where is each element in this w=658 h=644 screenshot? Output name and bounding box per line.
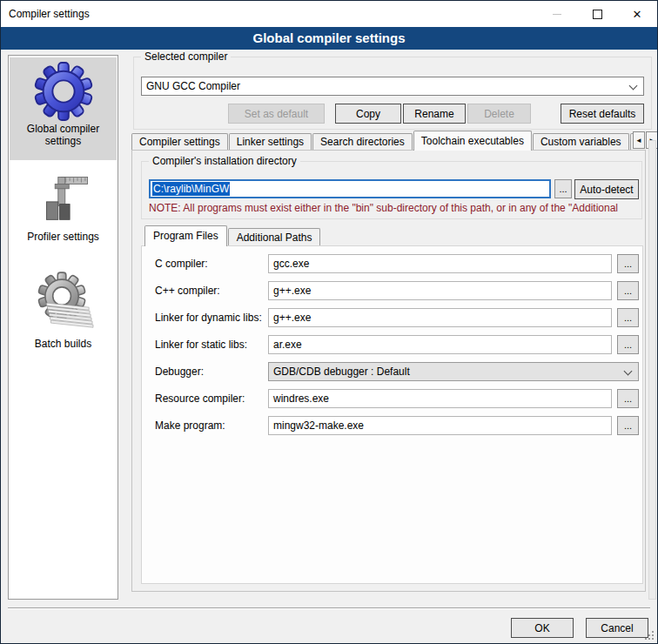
- program-row: C compiler: gcc.exe ...: [142, 254, 642, 273]
- sidebar-item-global-compiler-settings[interactable]: Global compiler settings: [10, 57, 117, 160]
- close-button[interactable]: ✕: [617, 1, 657, 27]
- minimize-button: [537, 1, 577, 27]
- arrow-left-icon: ◄: [635, 137, 642, 144]
- cpp-compiler-input[interactable]: g++.exe: [268, 281, 612, 300]
- browse-directory-button[interactable]: ...: [554, 179, 572, 198]
- tab-scroll-left-button[interactable]: ◄: [633, 131, 645, 149]
- footer-divider: [8, 607, 650, 609]
- sidebar-item-label: Profiler settings: [10, 231, 117, 243]
- sidebar-item-label: Global compiler settings: [10, 123, 117, 147]
- installation-directory-group: Compiler's installation directory C:\ray…: [141, 161, 642, 219]
- tab-linker-settings[interactable]: Linker settings: [229, 133, 312, 151]
- compiler-settings-dialog: Compiler settings ✕ Global compiler sett…: [0, 0, 658, 644]
- tab-program-files[interactable]: Program Files: [144, 225, 227, 246]
- c-compiler-input[interactable]: gcc.exe: [268, 254, 612, 273]
- field-label: Debugger:: [155, 362, 204, 381]
- dialog-banner: Global compiler settings: [1, 27, 657, 50]
- group-legend: Compiler's installation directory: [149, 155, 300, 167]
- compiler-select-value: GNU GCC Compiler: [146, 80, 240, 92]
- tab-additional-paths[interactable]: Additional Paths: [228, 228, 321, 246]
- sidebar-item-profiler-settings[interactable]: Profiler settings: [10, 169, 117, 258]
- reset-defaults-button[interactable]: Reset defaults: [561, 104, 644, 124]
- browse-button[interactable]: ...: [617, 416, 639, 435]
- sidebar-item-label: Batch builds: [10, 338, 117, 350]
- program-row: Linker for dynamic libs: g++.exe ...: [142, 308, 642, 327]
- title-bar[interactable]: Compiler settings ✕: [1, 1, 657, 27]
- tab-toolchain-executables[interactable]: Toolchain executables: [413, 131, 532, 151]
- make-program-input[interactable]: mingw32-make.exe: [268, 416, 612, 435]
- field-label: Linker for static libs:: [155, 335, 247, 354]
- caliper-icon: [36, 172, 91, 230]
- ok-button[interactable]: OK: [511, 618, 574, 638]
- selected-compiler-group: Selected compiler GNU GCC Compiler Set a…: [133, 57, 652, 130]
- delete-button: Delete: [467, 104, 531, 124]
- debugger-select[interactable]: GDB/CDB debugger : Default: [268, 362, 639, 381]
- gear-blue-icon: [33, 61, 94, 122]
- program-row: Debugger: GDB/CDB debugger : Default: [142, 362, 642, 381]
- window-title: Compiler settings: [9, 1, 90, 27]
- chevron-down-icon: [624, 367, 633, 376]
- static-linker-input[interactable]: ar.exe: [268, 335, 612, 354]
- toolchain-executables-page: Compiler's installation directory C:\ray…: [131, 150, 646, 592]
- compiler-actions: Set as default Copy Rename Delete Reset …: [141, 104, 644, 124]
- rename-button[interactable]: Rename: [403, 104, 466, 124]
- settings-tabs: Compiler settings Linker settings Search…: [131, 131, 633, 151]
- browse-button[interactable]: ...: [617, 308, 639, 327]
- field-label: C++ compiler:: [155, 281, 220, 300]
- browse-button[interactable]: ...: [617, 254, 639, 273]
- selected-text: C:\raylib\MinGW: [152, 182, 230, 196]
- set-as-default-button: Set as default: [228, 104, 325, 124]
- tab-custom-variables[interactable]: Custom variables: [533, 133, 629, 151]
- program-row: Resource compiler: windres.exe ...: [142, 389, 642, 408]
- scrollbar-track[interactable]: [648, 140, 656, 600]
- program-files-panel: C compiler: gcc.exe ... C++ compiler: g+…: [141, 245, 643, 584]
- auto-detect-button[interactable]: Auto-detect: [574, 179, 639, 199]
- field-label: Resource compiler:: [155, 389, 245, 408]
- field-label: Linker for dynamic libs:: [155, 308, 262, 327]
- dynamic-linker-input[interactable]: g++.exe: [268, 308, 612, 327]
- field-label: Make program:: [155, 416, 225, 435]
- maximize-button[interactable]: [577, 1, 617, 27]
- program-row: C++ compiler: g++.exe ...: [142, 281, 642, 300]
- window-controls: ✕: [537, 1, 657, 27]
- browse-button[interactable]: ...: [617, 281, 639, 300]
- program-tabs: Program Files Additional Paths: [144, 225, 321, 246]
- settings-category-list: Global compiler settings Pr: [8, 55, 118, 600]
- resource-compiler-input[interactable]: windres.exe: [268, 389, 612, 408]
- gear-stack-icon: [33, 271, 94, 337]
- group-legend: Selected compiler: [141, 50, 231, 63]
- debugger-select-value: GDB/CDB debugger : Default: [273, 366, 410, 378]
- browse-button[interactable]: ...: [617, 335, 639, 354]
- sidebar-item-batch-builds[interactable]: Batch builds: [10, 267, 117, 365]
- browse-button[interactable]: ...: [617, 389, 639, 408]
- compiler-select[interactable]: GNU GCC Compiler: [141, 77, 644, 96]
- tab-compiler-settings[interactable]: Compiler settings: [131, 133, 228, 151]
- note-text: NOTE: All programs must exist either in …: [149, 202, 641, 214]
- minimize-icon: [553, 14, 561, 15]
- close-icon: ✕: [633, 9, 642, 20]
- cancel-button[interactable]: Cancel: [586, 618, 648, 638]
- tab-search-directories[interactable]: Search directories: [312, 133, 413, 151]
- copy-button[interactable]: Copy: [335, 104, 401, 124]
- maximize-icon: [593, 10, 602, 19]
- program-row: Make program: mingw32-make.exe ...: [142, 416, 642, 435]
- resize-grip-icon[interactable]: [652, 638, 654, 640]
- program-row: Linker for static libs: ar.exe ...: [142, 335, 642, 354]
- field-label: C compiler:: [155, 254, 208, 273]
- chevron-down-icon: [629, 82, 638, 91]
- installation-directory-input[interactable]: C:\raylib\MinGW: [149, 179, 551, 198]
